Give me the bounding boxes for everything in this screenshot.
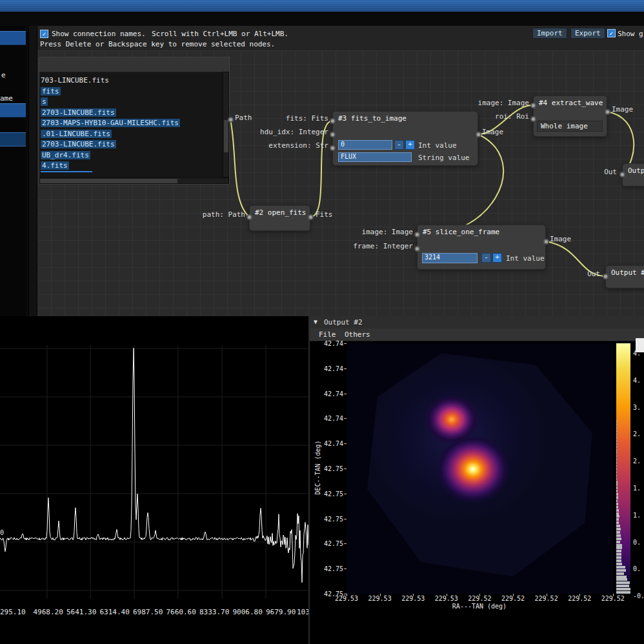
file-list-node-header[interactable]: [39, 57, 229, 72]
histogram-bar: [616, 423, 617, 426]
file-list[interactable]: 703-LINCUBE.fitsfitss2703-LINCUBE.fits27…: [39, 72, 223, 177]
input-port-path[interactable]: [247, 214, 252, 220]
histogram-bar: [616, 578, 627, 581]
frame-value-field[interactable]: 3214: [422, 253, 478, 263]
histogram-bar: [616, 481, 618, 483]
colorbar-tick: 2.: [633, 458, 641, 465]
histogram-bar: [616, 483, 618, 486]
image-y-tick: 42.74: [310, 415, 343, 422]
y-tickmark: [344, 543, 347, 544]
hdu-idx-value-field[interactable]: 0: [338, 140, 392, 150]
output-port-image[interactable]: [543, 239, 549, 245]
roi-mode-dropdown[interactable]: Whole image: [537, 121, 603, 132]
input-port-fits[interactable]: [330, 118, 336, 124]
histogram-bar: [616, 547, 622, 549]
image-ylabel: DEC--TAN (deg): [314, 423, 321, 513]
node-palette-sidebar[interactable]: e ame: [0, 26, 26, 316]
extension-value-field[interactable]: FLUX: [338, 152, 412, 162]
file-item[interactable]: 2703-MAPS-HYB10-GAU-MILESHC.fits: [39, 118, 223, 129]
histogram-bar: [616, 474, 617, 477]
colorbar-tick: 1.: [633, 512, 641, 519]
colorbar-tick: 4.: [633, 377, 641, 384]
collapse-arrow-icon[interactable]: ▼: [314, 318, 317, 325]
node-open-fits[interactable]: #2 open_fits: [249, 205, 310, 231]
file-item[interactable]: 703-LINCUBE.fits: [39, 75, 223, 86]
output-port-path[interactable]: [228, 117, 234, 123]
colorbar-tick: -0.: [633, 592, 644, 599]
file-item[interactable]: s: [39, 97, 223, 108]
histogram-bar: [616, 518, 619, 521]
output2-header[interactable]: ▼ Output #2: [310, 316, 644, 329]
file-item[interactable]: 2703-LINCUBE.fits: [39, 108, 223, 119]
palette-item-selected[interactable]: [0, 103, 26, 117]
source-lower: [428, 427, 518, 511]
node-output-2[interactable]: Output #: [605, 265, 644, 288]
histogram-bar: [616, 427, 617, 429]
port-label-frame: frame: Integer: [342, 242, 413, 250]
palette-item-highlight[interactable]: [0, 132, 26, 146]
spectrum-plot-panel[interactable]: 295.104968.205641.306314.406987.507660.6…: [0, 316, 308, 644]
file-item-partial-selection: [41, 171, 92, 172]
spectrum-x-tick: 295.10: [0, 608, 26, 616]
node-output-1[interactable]: Outp: [622, 163, 644, 186]
histogram-bar: [616, 541, 620, 543]
output-port-image[interactable]: [476, 132, 481, 137]
spectrum-plot[interactable]: [0, 316, 308, 644]
file-list-node[interactable]: 703-LINCUBE.fitsfitss2703-LINCUBE.fits27…: [39, 57, 230, 185]
input-port-image[interactable]: [414, 232, 420, 237]
image-y-tick: 42.74: [310, 390, 343, 397]
menu-file[interactable]: File: [319, 330, 336, 339]
sky-image[interactable]: [347, 343, 613, 594]
hdu-idx-decrement-button[interactable]: -: [394, 140, 404, 150]
file-item[interactable]: 4.fits: [39, 161, 223, 172]
file-item-label: 2703-MAPS-HYB10-GAU-MILESHC.fits: [41, 119, 180, 127]
input-port-out[interactable]: [603, 274, 609, 279]
file-item-label: 2703-LINCUBE.fits: [41, 140, 116, 148]
output-port-image[interactable]: [605, 109, 610, 115]
histogram-bar: [616, 521, 619, 524]
window-titlebar[interactable]: [0, 0, 644, 12]
file-item[interactable]: 2703-LINCUBE.fits: [39, 139, 223, 150]
file-item[interactable]: fits: [39, 86, 223, 97]
y-tickmark: [344, 343, 347, 344]
output2-title: Output #2: [324, 318, 363, 327]
input-port-extension[interactable]: [330, 145, 336, 151]
x-tickmark: [347, 594, 347, 596]
frame-decrement-button[interactable]: -: [481, 253, 491, 263]
input-port-out[interactable]: [619, 172, 625, 177]
image-y-tick: 42.75: [310, 565, 343, 572]
port-label-image-image: image: Image: [342, 228, 413, 236]
hdu-idx-increment-button[interactable]: +: [405, 140, 415, 150]
menu-others[interactable]: Others: [345, 330, 370, 339]
string-value-label: String value: [418, 154, 469, 162]
histogram-bar: [616, 563, 622, 565]
palette-item-label[interactable]: ame: [0, 94, 13, 103]
palette-item-label[interactable]: e: [1, 71, 6, 79]
input-port-image[interactable]: [530, 103, 536, 108]
histogram-bar: [616, 430, 617, 432]
output-port-fits[interactable]: [308, 214, 314, 220]
file-list-vscrollbar[interactable]: [223, 72, 229, 177]
y-tickmark: [344, 443, 347, 444]
histogram-bar: [616, 585, 629, 587]
file-list-hscrollbar[interactable]: [39, 177, 229, 184]
input-port-frame[interactable]: [414, 246, 420, 252]
histogram-bar: [616, 591, 630, 594]
int-value-label: Int value: [506, 254, 545, 263]
vscrollbar-thumb[interactable]: [224, 120, 228, 152]
histogram-bar: [616, 509, 619, 512]
input-port-hdu-idx[interactable]: [330, 132, 336, 137]
hscrollbar-thumb[interactable]: [40, 179, 177, 183]
palette-item-selected[interactable]: [0, 31, 26, 45]
colorbar-over-swatch: [636, 338, 644, 352]
port-label-roi: roi: Roi: [465, 112, 529, 121]
image-y-tick: 42.75: [310, 540, 343, 547]
input-port-roi[interactable]: [530, 116, 536, 122]
sidebar-scrollbar[interactable]: [28, 26, 37, 316]
histogram-bar: [616, 471, 617, 474]
frame-increment-button[interactable]: +: [492, 253, 502, 263]
histogram-bar: [616, 478, 617, 480]
file-item[interactable]: UB_dr4.fits: [39, 150, 223, 161]
x-tickmark: [613, 594, 614, 596]
file-item[interactable]: .01-LINCUBE.fits: [39, 129, 223, 140]
